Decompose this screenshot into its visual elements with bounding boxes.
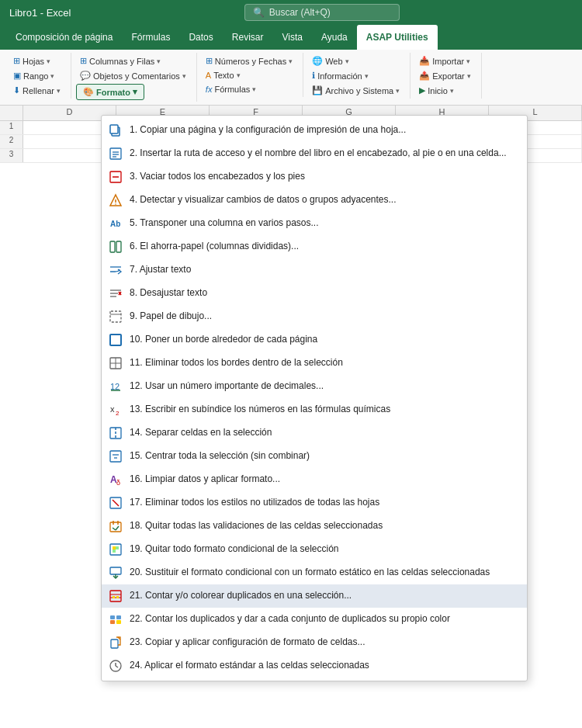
menu-item-9[interactable]: 9. Papel de dibujo...: [102, 305, 527, 328]
tab-ayuda[interactable]: Ayuda: [312, 25, 357, 50]
columnas-icon: ⊞: [80, 56, 87, 66]
menu-item-21[interactable]: 21. Contar y/o colorear duplicados en un…: [102, 584, 527, 608]
menu-item-19[interactable]: 19. Quitar todo formato condicional de l…: [102, 538, 527, 561]
menu-item-18[interactable]: 18. Quitar todas las validaciones de las…: [102, 515, 527, 538]
menu-icon-6: [108, 239, 123, 255]
columnas-arrow: ▾: [157, 57, 161, 65]
hojas-icon: ⊞: [13, 56, 20, 66]
menu-icon-12: 12: [108, 379, 123, 394]
tab-vista[interactable]: Vista: [272, 25, 311, 50]
menu-icon-1: [108, 123, 123, 138]
ribbon-group-4: 🌐 Web ▾ ℹ Información ▾ 💾 Archivo y Sist…: [305, 53, 411, 99]
menu-item-20[interactable]: 20. Sustituir el formato condicional con…: [102, 561, 527, 584]
formato-arrow: ▾: [133, 87, 137, 97]
menu-icon-11: [108, 355, 123, 371]
menu-item-8[interactable]: 8. Desajustar texto: [102, 282, 527, 305]
svg-rect-48: [110, 567, 121, 574]
menu-item-2[interactable]: 2. Insertar la ruta de acceso y el nombr…: [102, 142, 527, 165]
menu-icon-20: [108, 565, 123, 581]
objetos-icon: 💬: [80, 71, 91, 81]
title-bar: Libro1 - Excel 🔍 Buscar (Alt+Q): [0, 0, 582, 25]
btn-web[interactable]: 🌐 Web ▾: [308, 54, 352, 68]
menu-item-3[interactable]: 3. Vaciar todos los encabezados y los pi…: [102, 165, 527, 189]
menu-item-24[interactable]: 24. Aplicar el formato estándar a las ce…: [102, 654, 527, 678]
tab-formulas[interactable]: Fórmulas: [122, 25, 179, 50]
btn-informacion[interactable]: ℹ Información ▾: [308, 69, 372, 82]
btn-hojas[interactable]: ⊞ Hojas ▾: [9, 54, 54, 68]
menu-item-11[interactable]: 11. Eliminar todos los bordes dentro de …: [102, 352, 527, 375]
inicio-icon: ▶: [419, 85, 425, 95]
btn-rellenar[interactable]: ⬇ Rellenar ▾: [9, 84, 64, 97]
svg-text:2: 2: [116, 410, 120, 417]
btn-formato[interactable]: 🎨 Formato ▾: [76, 84, 144, 100]
row-num-header: [0, 106, 23, 120]
menu-item-15[interactable]: 15. Centrar toda la selección (sin combi…: [102, 445, 527, 468]
numeros-arrow: ▾: [289, 57, 293, 65]
svg-line-63: [116, 666, 118, 667]
menu-item-4[interactable]: 4. Detectar y visualizar cambios de dato…: [102, 189, 527, 212]
btn-inicio[interactable]: ▶ Inicio ▾: [415, 84, 458, 97]
app-title: Libro1 - Excel: [9, 7, 71, 19]
menu-icon-24: [108, 658, 123, 674]
btn-importar[interactable]: 📥 Importar ▾: [415, 54, 474, 68]
archivo-icon: 💾: [312, 85, 323, 95]
rango-icon: ▣: [13, 71, 21, 81]
menu-text-23: 23. Copiar y aplicar configuración de fo…: [130, 636, 518, 649]
btn-formulas[interactable]: fx Fórmulas ▾: [202, 83, 260, 95]
menu-text-21: 21. Contar y/o colorear duplicados en un…: [130, 590, 518, 602]
tab-composition[interactable]: Composición de página: [6, 25, 122, 50]
tab-revisar[interactable]: Revisar: [223, 25, 273, 50]
exportar-icon: 📤: [419, 71, 430, 81]
menu-text-18: 18. Quitar todas las validaciones de las…: [130, 520, 518, 532]
svg-rect-1: [110, 125, 118, 133]
menu-item-6[interactable]: 6. El ahorra-papel (columnas divididas).…: [102, 235, 527, 258]
menu-item-14[interactable]: 14. Separar celdas en la selección: [102, 421, 527, 445]
menu-icon-3: [108, 169, 123, 185]
svg-rect-2: [110, 148, 121, 159]
rellenar-icon: ⬇: [13, 85, 20, 95]
btn-rango[interactable]: ▣ Rango ▾: [9, 69, 58, 82]
menu-item-13[interactable]: x213. Escribir en subíndice los números …: [102, 398, 527, 421]
menu-item-22[interactable]: 22. Contar los duplicados y dar a cada c…: [102, 608, 527, 631]
informacion-icon: ℹ: [312, 71, 315, 81]
row-num-1: 1: [0, 121, 23, 134]
svg-rect-59: [111, 640, 118, 648]
web-icon: 🌐: [312, 56, 323, 66]
btn-texto[interactable]: A Texto ▾: [202, 69, 244, 81]
btn-numeros-fechas[interactable]: ⊞ Números y Fechas ▾: [202, 54, 296, 68]
menu-item-12[interactable]: 1212. Usar un número importante de decim…: [102, 375, 527, 398]
menu-text-3: 3. Vaciar todos los encabezados y los pi…: [130, 171, 518, 183]
menu-icon-23: [108, 635, 123, 650]
btn-columnas-filas[interactable]: ⊞ Columnas y Filas ▾: [76, 54, 165, 68]
texto-arrow: ▾: [237, 71, 241, 79]
rellenar-arrow: ▾: [57, 87, 61, 95]
menu-icon-13: x2: [108, 402, 123, 418]
menu-text-4: 4. Detectar y visualizar cambios de dato…: [130, 194, 518, 206]
menu-item-23[interactable]: 23. Copiar y aplicar configuración de fo…: [102, 631, 527, 654]
menu-item-7[interactable]: 7. Ajustar texto: [102, 258, 527, 282]
menu-icon-14: [108, 425, 123, 441]
tab-asap-utilities[interactable]: ASAP Utilities: [357, 25, 438, 50]
menu-item-10[interactable]: 10. Poner un borde alrededor de cada pág…: [102, 328, 527, 352]
svg-rect-57: [110, 620, 115, 624]
search-box[interactable]: 🔍 Buscar (Alt+Q): [244, 4, 400, 21]
informacion-arrow: ▾: [365, 72, 369, 80]
web-arrow: ▾: [345, 57, 349, 65]
menu-icon-17: [108, 495, 123, 511]
btn-archivo-sistema[interactable]: 💾 Archivo y Sistema ▾: [308, 84, 404, 97]
hojas-arrow: ▾: [47, 57, 50, 65]
svg-rect-22: [110, 335, 121, 345]
svg-rect-12: [110, 241, 115, 252]
svg-rect-20: [110, 311, 121, 322]
tab-datos[interactable]: Datos: [179, 25, 222, 50]
btn-objetos-comentarios[interactable]: 💬 Objetos y Comentarios ▾: [76, 69, 190, 82]
menu-item-5[interactable]: Ab5. Transponer una columna en varios pa…: [102, 212, 527, 235]
svg-rect-39: [110, 522, 121, 532]
dropdown-menu: 1. Copiar una página y la configuración …: [101, 115, 528, 681]
menu-item-1[interactable]: 1. Copiar una página y la configuración …: [102, 119, 527, 142]
svg-text:x: x: [110, 404, 115, 414]
btn-exportar[interactable]: 📤 Exportar ▾: [415, 69, 475, 82]
svg-rect-32: [110, 451, 121, 462]
menu-item-17[interactable]: 17. Eliminar todos los estilos no utiliz…: [102, 491, 527, 515]
menu-item-16[interactable]: Aδ16. Limpiar datos y aplicar formato...: [102, 468, 527, 491]
